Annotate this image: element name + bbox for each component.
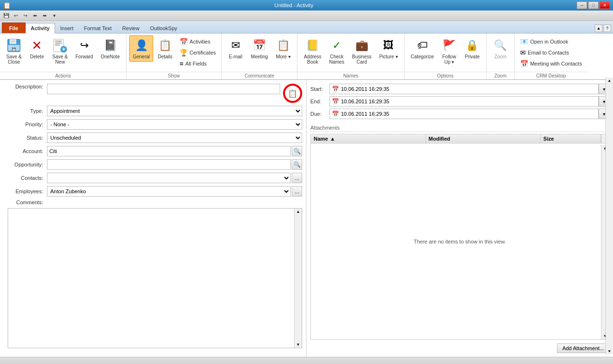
priority-row: Priority: - None -: [4, 119, 302, 130]
contacts-lookup-button[interactable]: …: [292, 173, 302, 183]
onenote-icon: 📓: [102, 38, 118, 53]
tab-file[interactable]: File: [2, 22, 25, 33]
all-fields-label: All Fields: [185, 61, 207, 66]
attachments-empty-message: There are no items to show in this view.: [311, 143, 609, 339]
qat-redo[interactable]: ↪: [21, 11, 30, 20]
size-column-header[interactable]: Size: [541, 134, 601, 143]
employees-lookup-button[interactable]: …: [292, 186, 302, 197]
status-select[interactable]: Unscheduled: [47, 132, 302, 143]
zoom-button[interactable]: 🔍 Zoom: [489, 35, 511, 62]
svg-rect-6: [55, 41, 62, 42]
address-book-button[interactable]: 📒 Address Book: [300, 35, 325, 67]
modified-column-header[interactable]: Modified: [426, 134, 541, 143]
attachments-header: Name ▲ Modified Size: [311, 134, 609, 143]
account-input[interactable]: [47, 146, 291, 156]
svg-text:💾: 💾: [12, 47, 16, 51]
close-button[interactable]: ✕: [600, 1, 610, 9]
svg-rect-7: [55, 43, 62, 44]
comments-row: Comments:: [4, 199, 302, 205]
private-button[interactable]: 🔒 Private: [461, 35, 483, 62]
contacts-select[interactable]: [47, 173, 291, 183]
tab-activity[interactable]: Activity: [25, 23, 55, 33]
categorize-label: Categorize: [411, 54, 434, 59]
details-button[interactable]: 📋 Details: [154, 35, 176, 62]
employees-select[interactable]: Anton Zubenko: [47, 186, 291, 197]
picture-label: Picture ▾: [379, 54, 398, 59]
type-select[interactable]: Appointment: [47, 106, 302, 116]
opportunity-lookup-button[interactable]: 🔍: [292, 159, 302, 170]
right-scroll-up-btn[interactable]: ▲: [606, 80, 613, 84]
meeting-label: Meeting: [251, 54, 268, 59]
tab-insert[interactable]: Insert: [55, 22, 79, 33]
save-new-button[interactable]: + Save & New: [49, 35, 71, 67]
right-panel-scrollbar[interactable]: ▲ ▼: [605, 80, 613, 354]
picture-button[interactable]: 🖼 Picture ▾: [376, 35, 401, 62]
window-title: Untitled - Activity: [11, 2, 577, 8]
add-attachment-button[interactable]: Add Attachment...: [557, 343, 609, 353]
maximize-button[interactable]: □: [588, 1, 599, 9]
qat-undo[interactable]: ↩: [11, 11, 20, 20]
status-row: Status: Unscheduled: [4, 132, 302, 143]
picture-icon: 🖼: [381, 38, 396, 53]
due-date-input[interactable]: 📅 10.06.2011 16:29:35: [329, 109, 599, 119]
priority-select[interactable]: - None -: [47, 119, 302, 130]
due-label: Due:: [310, 111, 329, 117]
all-fields-icon: ≡: [180, 60, 183, 67]
start-date-value: 10.06.2011 16:29:35: [341, 86, 389, 92]
tab-format-text[interactable]: Format Text: [79, 22, 117, 33]
qat-save[interactable]: 💾: [2, 11, 11, 20]
tab-review[interactable]: Review: [117, 22, 145, 33]
ribbon-collapse-btn[interactable]: ▲: [595, 24, 602, 32]
email-contacts-button[interactable]: ✉ Email to Contacts: [518, 47, 584, 58]
comments-scrollbar[interactable]: ▲ ▼: [294, 209, 302, 348]
email-button[interactable]: ✉ E-mail: [225, 35, 247, 62]
business-card-icon: 💼: [354, 38, 369, 53]
account-row: Account: 🔍: [4, 146, 302, 156]
account-lookup-button[interactable]: 🔍: [292, 146, 302, 156]
check-names-label: Check Names: [329, 54, 344, 65]
categorize-button[interactable]: 🏷 Categorize: [408, 35, 437, 62]
address-book-label: Address Book: [304, 54, 321, 65]
email-icon: ✉: [228, 38, 243, 53]
employees-lookup-icon: …: [295, 188, 300, 194]
certificates-button[interactable]: 🏆 Certificates: [177, 47, 218, 58]
right-scroll-down-btn[interactable]: ▼: [606, 348, 613, 354]
help-btn[interactable]: ?: [603, 24, 611, 32]
name-column-label: Name: [314, 136, 328, 142]
all-fields-button[interactable]: ≡ All Fields: [177, 58, 218, 69]
tab-outlookspy[interactable]: OutlookSpy: [145, 22, 182, 33]
general-button[interactable]: 👤 General: [129, 35, 153, 62]
more-icon: 📋: [275, 38, 291, 53]
opportunity-row: Opportunity: 🔍: [4, 159, 302, 170]
more-button[interactable]: 📋 More ▾: [272, 35, 294, 62]
email-label: E-mail: [229, 54, 242, 59]
contacts-lookup-icon: …: [295, 175, 300, 181]
certificates-icon: 🏆: [180, 49, 188, 56]
qat-back[interactable]: ⬅: [31, 11, 39, 20]
qat-dropdown[interactable]: ▾: [50, 11, 58, 20]
contacts-label: Contacts:: [4, 175, 47, 181]
onenote-button[interactable]: 📓 OneNote: [97, 35, 123, 62]
follow-up-label: Follow Up ▾: [442, 54, 456, 65]
comments-area[interactable]: ▲ ▼: [8, 208, 302, 348]
end-date-input[interactable]: 📅 10.06.2011 16:29:35: [329, 96, 599, 107]
business-card-button[interactable]: 💼 Business Card: [349, 35, 375, 67]
start-date-input[interactable]: 📅 10.06.2011 16:29:35: [329, 84, 599, 94]
minimize-button[interactable]: ─: [577, 1, 587, 9]
save-close-button[interactable]: 💾 Save & Close: [3, 35, 25, 67]
ribbon-group-communicate: ✉ E-mail 📅 Meeting 📋 More ▾ Communicate: [222, 33, 298, 79]
check-names-button[interactable]: ✓ Check Names: [326, 35, 348, 67]
description-input[interactable]: [47, 84, 280, 94]
forward-button[interactable]: ↪ Forward: [72, 35, 97, 62]
activities-button[interactable]: 📅 Activities: [177, 36, 218, 47]
qat-forward[interactable]: ➡: [40, 11, 49, 20]
name-column-header[interactable]: Name ▲: [311, 134, 426, 143]
comments-label: Comments:: [4, 199, 47, 205]
open-outlook-button[interactable]: 📧 Open in Outlook: [518, 36, 584, 47]
delete-button[interactable]: ✕ Delete: [26, 35, 48, 62]
follow-up-button[interactable]: 🚩 Follow Up ▾: [438, 35, 460, 67]
meeting-contacts-button[interactable]: 📅 Meeting with Contacts: [518, 58, 584, 69]
meeting-button[interactable]: 📅 Meeting: [248, 35, 272, 62]
comments-textarea[interactable]: [8, 209, 302, 348]
opportunity-input[interactable]: [47, 159, 291, 170]
